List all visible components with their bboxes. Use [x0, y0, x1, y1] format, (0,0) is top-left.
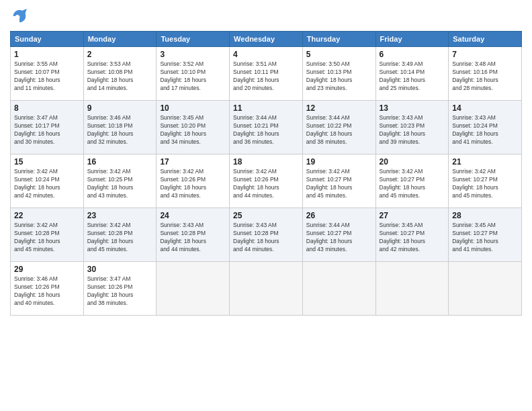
sunset-label: Sunset: 10:28 PM — [233, 230, 279, 236]
daylight-detail: and 40 minutes. — [14, 300, 54, 306]
daylight-label: Daylight: 18 hours — [14, 130, 60, 137]
calendar-cell: 30 Sunrise: 3:47 AM Sunset: 10:26 PM Day… — [83, 262, 157, 316]
calendar-cell — [302, 262, 375, 316]
header-day-monday: Monday — [83, 32, 157, 47]
day-info: Sunrise: 3:45 AM Sunset: 10:27 PM Daylig… — [380, 222, 445, 254]
day-number: 24 — [160, 211, 226, 220]
daylight-detail: and 41 minutes. — [452, 246, 492, 253]
day-info: Sunrise: 3:53 AM Sunset: 10:08 PM Daylig… — [87, 60, 153, 93]
sunset-label: Sunset: 10:27 PM — [452, 230, 498, 236]
daylight-detail: and 45 minutes. — [306, 192, 347, 199]
daylight-label: Daylight: 18 hours — [380, 238, 426, 244]
sunset-label: Sunset: 10:27 PM — [306, 176, 352, 183]
sunrise-label: Sunrise: 3:42 AM — [233, 168, 277, 175]
sunrise-label: Sunrise: 3:42 AM — [14, 168, 58, 175]
calendar-cell — [157, 262, 230, 316]
daylight-label: Daylight: 18 hours — [233, 184, 279, 191]
daylight-detail: and 38 minutes. — [306, 138, 347, 145]
daylight-label: Daylight: 18 hours — [14, 77, 60, 83]
daylight-detail: and 23 minutes. — [306, 85, 347, 91]
daylight-label: Daylight: 18 hours — [306, 130, 353, 137]
day-info: Sunrise: 3:42 AM Sunset: 10:24 PM Daylig… — [14, 168, 80, 200]
sunrise-label: Sunrise: 3:52 AM — [160, 60, 204, 67]
sunrise-label: Sunrise: 3:49 AM — [380, 60, 423, 67]
calendar-cell: 14 Sunrise: 3:43 AM Sunset: 10:24 PM Day… — [449, 101, 522, 154]
sunset-label: Sunset: 10:27 PM — [380, 176, 425, 183]
daylight-label: Daylight: 18 hours — [380, 130, 426, 137]
calendar-cell: 11 Sunrise: 3:44 AM Sunset: 10:21 PM Day… — [230, 101, 303, 154]
sunset-label: Sunset: 10:07 PM — [14, 68, 60, 75]
calendar-cell: 17 Sunrise: 3:42 AM Sunset: 10:26 PM Day… — [157, 154, 230, 208]
sunset-label: Sunset: 10:28 PM — [87, 230, 133, 236]
daylight-detail: and 34 minutes. — [160, 138, 200, 145]
day-number: 21 — [452, 157, 518, 167]
header-day-wednesday: Wednesday — [230, 32, 303, 47]
day-number: 6 — [380, 50, 445, 59]
daylight-label: Daylight: 18 hours — [87, 130, 134, 137]
calendar-cell: 10 Sunrise: 3:45 AM Sunset: 10:20 PM Day… — [157, 101, 230, 154]
calendar-week-5: 29 Sunrise: 3:46 AM Sunset: 10:26 PM Day… — [11, 262, 522, 316]
sunset-label: Sunset: 10:20 PM — [160, 122, 206, 129]
day-info: Sunrise: 3:42 AM Sunset: 10:28 PM Daylig… — [87, 222, 153, 254]
day-number: 20 — [380, 157, 445, 167]
calendar-cell — [230, 262, 303, 316]
sunrise-label: Sunrise: 3:42 AM — [160, 168, 204, 175]
day-number: 11 — [233, 103, 299, 113]
daylight-detail: and 11 minutes. — [14, 85, 54, 91]
sunrise-label: Sunrise: 3:43 AM — [452, 114, 496, 121]
day-info: Sunrise: 3:46 AM Sunset: 10:26 PM Daylig… — [14, 275, 80, 308]
day-info: Sunrise: 3:42 AM Sunset: 10:27 PM Daylig… — [452, 168, 518, 200]
day-info: Sunrise: 3:47 AM Sunset: 10:17 PM Daylig… — [14, 114, 80, 146]
day-number: 18 — [233, 157, 299, 167]
sunset-label: Sunset: 10:26 PM — [233, 176, 279, 183]
calendar-cell: 21 Sunrise: 3:42 AM Sunset: 10:27 PM Day… — [449, 154, 522, 208]
sunset-label: Sunset: 10:24 PM — [452, 122, 498, 129]
daylight-detail: and 20 minutes. — [233, 85, 273, 91]
day-number: 30 — [87, 265, 153, 274]
daylight-detail: and 17 minutes. — [160, 85, 200, 91]
day-number: 7 — [452, 50, 518, 59]
calendar-cell: 22 Sunrise: 3:42 AM Sunset: 10:28 PM Day… — [11, 208, 84, 262]
day-info: Sunrise: 3:43 AM Sunset: 10:28 PM Daylig… — [233, 222, 299, 254]
day-number: 15 — [14, 157, 80, 167]
sunset-label: Sunset: 10:27 PM — [306, 230, 352, 236]
sunrise-label: Sunrise: 3:42 AM — [306, 168, 350, 175]
sunset-label: Sunset: 10:23 PM — [380, 122, 425, 129]
sunrise-label: Sunrise: 3:44 AM — [306, 222, 350, 228]
calendar-cell: 3 Sunrise: 3:52 AM Sunset: 10:10 PM Dayl… — [157, 47, 230, 101]
header-day-tuesday: Tuesday — [157, 32, 230, 47]
header — [10, 7, 522, 26]
daylight-label: Daylight: 18 hours — [380, 77, 426, 83]
sunset-label: Sunset: 10:18 PM — [87, 122, 133, 129]
calendar-cell: 8 Sunrise: 3:47 AM Sunset: 10:17 PM Dayl… — [11, 101, 84, 154]
daylight-label: Daylight: 18 hours — [306, 238, 353, 244]
sunrise-label: Sunrise: 3:42 AM — [87, 168, 131, 175]
daylight-label: Daylight: 18 hours — [160, 77, 206, 83]
daylight-detail: and 44 minutes. — [233, 192, 273, 199]
day-info: Sunrise: 3:44 AM Sunset: 10:27 PM Daylig… — [306, 222, 372, 254]
calendar-table: SundayMondayTuesdayWednesdayThursdayFrid… — [10, 31, 522, 316]
day-info: Sunrise: 3:42 AM Sunset: 10:26 PM Daylig… — [160, 168, 226, 200]
calendar-cell: 1 Sunrise: 3:55 AM Sunset: 10:07 PM Dayl… — [11, 47, 84, 101]
day-info: Sunrise: 3:43 AM Sunset: 10:23 PM Daylig… — [380, 114, 445, 146]
daylight-detail: and 39 minutes. — [380, 138, 420, 145]
calendar-cell: 23 Sunrise: 3:42 AM Sunset: 10:28 PM Day… — [83, 208, 157, 262]
daylight-label: Daylight: 18 hours — [452, 184, 498, 191]
sunset-label: Sunset: 10:27 PM — [380, 230, 425, 236]
sunset-label: Sunset: 10:22 PM — [306, 122, 352, 129]
sunrise-label: Sunrise: 3:44 AM — [233, 114, 277, 121]
day-number: 13 — [380, 103, 445, 113]
sunrise-label: Sunrise: 3:45 AM — [160, 114, 204, 121]
sunset-label: Sunset: 10:14 PM — [380, 68, 425, 75]
sunrise-label: Sunrise: 3:50 AM — [306, 60, 350, 67]
day-number: 14 — [452, 103, 518, 113]
day-number: 3 — [160, 50, 226, 59]
day-number: 2 — [87, 50, 153, 59]
header-day-saturday: Saturday — [449, 32, 522, 47]
daylight-detail: and 41 minutes. — [452, 138, 492, 145]
calendar-cell: 2 Sunrise: 3:53 AM Sunset: 10:08 PM Dayl… — [83, 47, 157, 101]
calendar-cell: 9 Sunrise: 3:46 AM Sunset: 10:18 PM Dayl… — [83, 101, 157, 154]
daylight-detail: and 45 minutes. — [452, 192, 492, 199]
sunset-label: Sunset: 10:28 PM — [14, 230, 60, 236]
calendar-cell: 25 Sunrise: 3:43 AM Sunset: 10:28 PM Day… — [230, 208, 303, 262]
